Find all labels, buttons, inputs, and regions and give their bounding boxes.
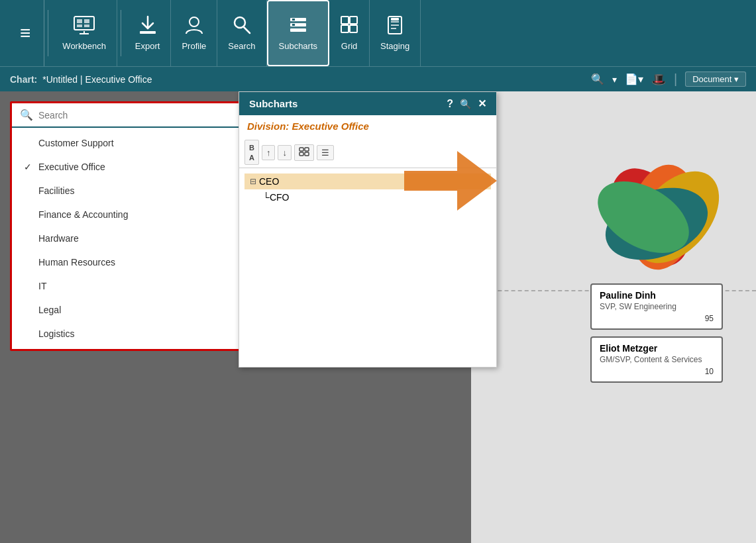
tree-item-cfo[interactable]: └CFO <box>244 189 491 205</box>
dialog-title: Subcharts <box>249 98 297 109</box>
chart-label: Chart: <box>10 74 37 85</box>
org-card-eliot-num: 10 <box>600 367 714 376</box>
workbench-icon <box>73 15 95 38</box>
left-panel: 🔍 Customer Support Executive Office Faci… <box>10 101 242 351</box>
svg-rect-16 <box>341 17 349 24</box>
org-card-eliot-title: GM/SVP, Content & Services <box>600 355 714 364</box>
search-toolbar-icon <box>233 15 251 38</box>
svg-rect-19 <box>350 25 357 32</box>
close-icon[interactable]: ✕ <box>478 97 486 110</box>
svg-rect-15 <box>292 24 295 26</box>
help-icon[interactable]: ? <box>447 98 453 110</box>
svg-rect-18 <box>341 25 349 32</box>
svg-rect-24 <box>391 18 399 21</box>
toolbar-export[interactable]: Export <box>125 0 172 66</box>
grid-label: Grid <box>341 41 358 51</box>
zoom-controls: ▾ <box>612 74 617 85</box>
sort-az-button[interactable]: BA <box>244 140 259 165</box>
division-label: Division: Executive Office <box>239 115 496 137</box>
search-icon: 🔍 <box>20 109 33 121</box>
toolbar-divider-1 <box>48 10 48 56</box>
lotus-logo <box>590 158 736 277</box>
list-item-facilities[interactable]: Facilities <box>12 179 240 203</box>
svg-rect-27 <box>299 152 303 156</box>
org-card-eliot[interactable]: Eliot Metzger GM/SVP, Content & Services… <box>590 336 723 383</box>
hamburger-icon: ≡ <box>20 24 30 42</box>
org-card-pauline-name: Pauline Dinh <box>600 290 714 301</box>
toolbar-profile[interactable]: Profile <box>171 0 217 66</box>
dialog-toolbar: BA ↑ ↓ ☰ <box>239 137 496 168</box>
document-button[interactable]: Document ▾ <box>685 72 746 87</box>
svg-point-9 <box>235 17 245 28</box>
divider-bar: | <box>674 72 677 87</box>
org-card-eliot-name: Eliot Metzger <box>600 343 714 354</box>
search-bar-icon[interactable]: 🔍 <box>591 73 604 85</box>
org-card-pauline-title: SVP, SW Engineering <box>600 302 714 311</box>
svg-line-10 <box>244 27 250 33</box>
dialog-header: Subcharts ? 🔍 ✕ <box>239 92 496 115</box>
subcharts-dialog: Subcharts ? 🔍 ✕ Division: Executive Offi… <box>239 91 497 368</box>
svg-rect-7 <box>140 31 156 34</box>
svg-rect-14 <box>292 19 295 21</box>
staging-icon <box>386 15 404 38</box>
svg-rect-26 <box>305 148 309 151</box>
chart-bar: Chart: *Untitled | Executive Office 🔍 ▾ … <box>0 66 756 91</box>
org-card-pauline[interactable]: Pauline Dinh SVP, SW Engineering 95 <box>590 283 723 330</box>
chart-bar-right: 🔍 ▾ 📄▾ 🎩 | Document ▾ <box>591 72 746 87</box>
search-label: Search <box>228 41 255 51</box>
toolbar-divider-2 <box>121 10 121 56</box>
search-input[interactable] <box>38 110 232 121</box>
list-item-finance-accounting[interactable]: Finance & Accounting <box>12 203 240 226</box>
export-label: Export <box>135 41 160 51</box>
dialog-header-controls: ? 🔍 ✕ <box>447 97 486 110</box>
svg-rect-3 <box>77 25 82 27</box>
tree-toggle-ceo: ⊟ <box>250 177 256 186</box>
list-button[interactable]: ☰ <box>317 145 334 160</box>
staging-label: Staging <box>380 41 409 51</box>
workbench-label: Workbench <box>62 41 106 51</box>
expand-button[interactable] <box>294 144 314 161</box>
org-chart-area: Pauline Dinh SVP, SW Engineering 95 Elio… <box>471 91 756 543</box>
move-up-button[interactable]: ↑ <box>262 145 276 160</box>
svg-rect-4 <box>84 25 89 27</box>
zoom-out-btn[interactable]: ▾ <box>612 74 617 85</box>
list-items: Customer Support Executive Office Facili… <box>12 128 240 349</box>
profile-label: Profile <box>182 41 206 51</box>
list-item-hardware[interactable]: Hardware <box>12 226 240 250</box>
list-item-human-resources[interactable]: Human Resources <box>12 250 240 274</box>
grid-icon <box>340 15 358 38</box>
svg-rect-13 <box>290 28 306 32</box>
tree-item-ceo-label: CEO <box>259 176 279 187</box>
toolbar-staging[interactable]: Staging <box>370 0 421 66</box>
tree-item-ceo[interactable]: ⊟ CEO <box>244 173 491 189</box>
chart-title: *Untitled | Executive Office <box>42 74 152 85</box>
subcharts-icon <box>289 15 307 38</box>
toolbar-workbench[interactable]: Workbench <box>52 0 117 66</box>
list-item-logistics[interactable]: Logistics <box>12 322 240 346</box>
svg-rect-25 <box>299 148 303 151</box>
doc-icon[interactable]: 📄▾ <box>625 73 643 85</box>
list-item-executive-office[interactable]: Executive Office <box>12 155 240 179</box>
svg-rect-1 <box>77 19 82 23</box>
list-item-customer-support[interactable]: Customer Support <box>12 131 240 155</box>
svg-rect-2 <box>84 19 89 23</box>
toolbar-subcharts[interactable]: Subcharts <box>267 0 330 66</box>
export-icon <box>138 15 157 38</box>
hat-icon[interactable]: 🎩 <box>651 72 666 87</box>
tree-area: ⊟ CEO └CFO <box>239 168 496 367</box>
search-box: 🔍 <box>12 103 240 128</box>
toolbar-search[interactable]: Search <box>217 0 266 66</box>
header-zoom-icon[interactable]: 🔍 <box>460 99 471 109</box>
toolbar-menu-button[interactable]: ≡ <box>7 0 44 66</box>
toolbar-grid[interactable]: Grid <box>329 0 370 66</box>
main-toolbar: ≡ Workbench Export <box>0 0 756 66</box>
move-down-button[interactable]: ↓ <box>278 145 292 160</box>
org-card-pauline-num: 95 <box>600 314 714 323</box>
list-item-legal[interactable]: Legal <box>12 298 240 322</box>
main-content: 🔍 Customer Support Executive Office Faci… <box>0 91 756 543</box>
list-item-it[interactable]: IT <box>12 274 240 298</box>
svg-rect-17 <box>350 17 357 24</box>
subcharts-label: Subcharts <box>279 41 318 51</box>
svg-rect-28 <box>305 152 309 156</box>
profile-icon <box>185 15 203 38</box>
